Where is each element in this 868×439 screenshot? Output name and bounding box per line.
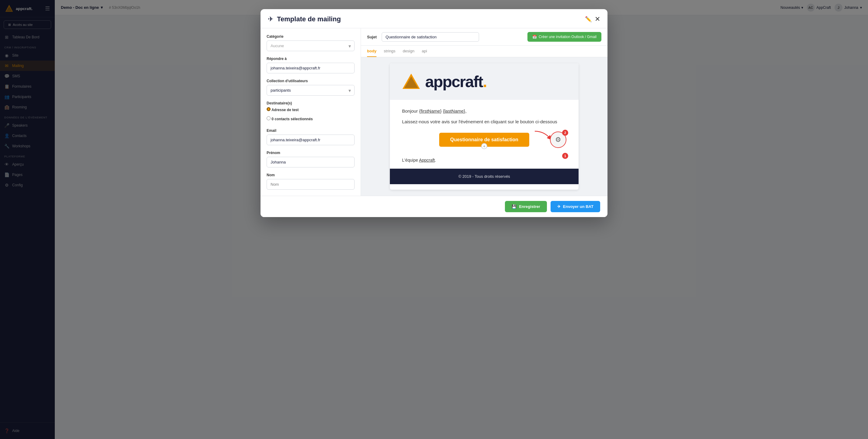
modal-left-panel: Catégorie Aucune ▾ Répondre à Collection… xyxy=(260,28,361,196)
gear-icon: ⚙ xyxy=(555,136,561,144)
email-group: Email xyxy=(267,128,354,145)
tab-api[interactable]: api xyxy=(422,46,427,57)
radio-contacts-label[interactable]: 0 contacts sélectionnés xyxy=(267,116,354,121)
destinataires-radio-group: Adresse de test 0 contacts sélectionnés xyxy=(267,107,354,123)
repondre-a-group: Répondre à xyxy=(267,57,354,74)
radio-contacts-text: 0 contacts sélectionnés xyxy=(272,117,313,121)
email-preview-area: appcraft. Bonjour {firstName} {lastName}… xyxy=(361,57,608,196)
settings-arrow-area: 2 ⚙ 1 xyxy=(550,131,566,148)
email-logo-wordmark: appcraft. xyxy=(425,72,487,91)
email-cta-wrapper: Questionnaire de satisfaction + xyxy=(402,133,566,147)
subject-label: Sujet xyxy=(367,35,377,39)
nom-group: Nom xyxy=(267,173,354,190)
send-icon: ✈ xyxy=(557,204,561,209)
calendar-icon: 📅 xyxy=(532,35,537,39)
outlook-gmail-button[interactable]: 📅 Créer une invitation Outlook / Gmail xyxy=(527,32,601,42)
modal-header: ✈ Template de mailing ✏️ ✕ xyxy=(260,9,608,28)
modal-overlay: ✈ Template de mailing ✏️ ✕ Catégorie Auc… xyxy=(0,0,868,439)
mailing-template-modal: ✈ Template de mailing ✏️ ✕ Catégorie Auc… xyxy=(260,9,608,217)
email-footer: © 2019 - Tous droits réservés xyxy=(390,169,579,184)
edit-icon[interactable]: ✏️ xyxy=(585,16,592,23)
appcraft-link[interactable]: Appcraft xyxy=(419,158,435,163)
modal-header-actions: ✏️ ✕ xyxy=(585,15,600,23)
category-label: Catégorie xyxy=(267,34,354,39)
repondre-a-input[interactable] xyxy=(267,63,354,74)
email-tabs: body strings design api xyxy=(361,46,608,57)
collection-group: Collection d'utilisateurs participants ▾ xyxy=(267,79,354,96)
save-button[interactable]: 💾 Enregistrer xyxy=(505,201,547,212)
email-label: Email xyxy=(267,128,354,133)
modal-right-panel: Sujet 📅 Créer une invitation Outlook / G… xyxy=(361,28,608,196)
settings-indicator: 2 ⚙ 1 xyxy=(550,131,566,148)
badge-1: 1 xyxy=(562,153,568,159)
category-select-wrapper: Aucune ▾ xyxy=(267,40,354,51)
subject-header: Sujet 📅 Créer une invitation Outlook / G… xyxy=(361,28,608,46)
tab-design[interactable]: design xyxy=(403,46,414,57)
nom-label: Nom xyxy=(267,173,354,177)
tab-body[interactable]: body xyxy=(367,46,376,57)
email-card: appcraft. Bonjour {firstName} {lastName}… xyxy=(390,63,579,190)
close-icon[interactable]: ✕ xyxy=(595,15,600,23)
email-message: Laissez-nous votre avis sur l'événement … xyxy=(402,118,566,125)
destinataires-label: Destinataire(s) xyxy=(267,101,354,105)
category-group: Catégorie Aucune ▾ xyxy=(267,34,354,51)
email-body-content: Bonjour {firstName} {lastName}, Laissez-… xyxy=(390,100,579,158)
collection-select[interactable]: participants xyxy=(267,85,354,96)
paper-plane-icon: ✈ xyxy=(268,15,273,23)
email-logo-triangle-icon xyxy=(402,72,420,91)
tab-strings[interactable]: strings xyxy=(384,46,395,57)
prenom-input[interactable] xyxy=(267,157,354,168)
prenom-group: Prénom xyxy=(267,151,354,168)
logo-dot: . xyxy=(483,73,486,90)
modal-body: Catégorie Aucune ▾ Répondre à Collection… xyxy=(260,28,608,196)
subject-input[interactable] xyxy=(382,32,479,42)
radio-test-text: Adresse de test xyxy=(272,108,299,112)
radio-test-label[interactable]: Adresse de test xyxy=(267,107,354,112)
nom-input[interactable] xyxy=(267,179,354,190)
email-logo-area: appcraft. xyxy=(390,63,579,100)
collection-select-wrapper: participants ▾ xyxy=(267,85,354,96)
collection-label: Collection d'utilisateurs xyxy=(267,79,354,83)
send-bat-button[interactable]: ✈ Envoyer un BAT xyxy=(551,201,600,212)
settings-circle-wrapper: 2 ⚙ 1 xyxy=(550,131,566,148)
save-icon: 💾 xyxy=(512,204,517,209)
radio-contacts-input[interactable] xyxy=(267,116,271,120)
modal-footer: 💾 Enregistrer ✈ Envoyer un BAT xyxy=(260,196,608,217)
repondre-a-label: Répondre à xyxy=(267,57,354,61)
modal-title: Template de mailing xyxy=(277,15,581,23)
email-input[interactable] xyxy=(267,135,354,145)
email-greeting: Bonjour {firstName} {lastName}, xyxy=(402,108,566,114)
add-block-icon[interactable]: + xyxy=(481,143,487,149)
lastname-var: {lastName} xyxy=(443,108,465,114)
category-select[interactable]: Aucune xyxy=(267,40,354,51)
email-signature: L'équipe Appcraft. xyxy=(390,158,579,169)
badge-2: 2 xyxy=(562,130,568,136)
firstname-var: {firstName} xyxy=(419,108,442,114)
destinataires-group: Destinataire(s) Adresse de test 0 contac… xyxy=(267,101,354,123)
prenom-label: Prénom xyxy=(267,151,354,155)
radio-test-input[interactable] xyxy=(267,107,271,111)
